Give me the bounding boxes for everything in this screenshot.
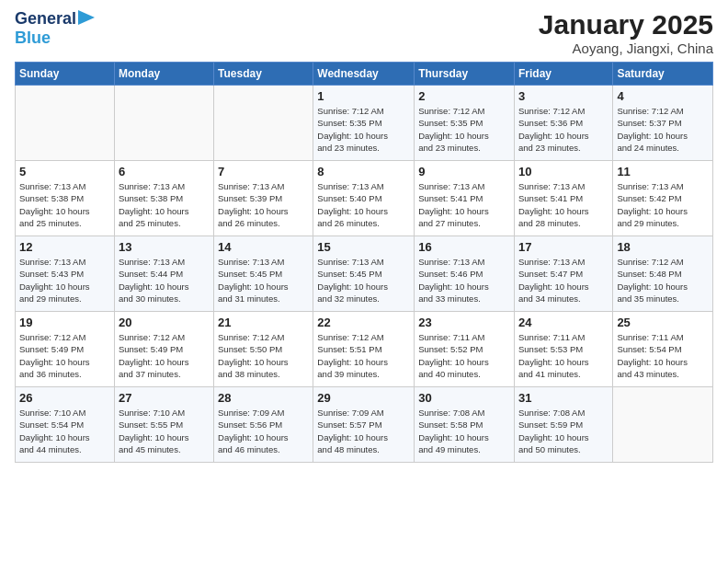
day-number: 15 <box>317 240 410 254</box>
day-info: Sunrise: 7:13 AM Sunset: 5:42 PM Dayligh… <box>617 180 709 229</box>
calendar-day-cell <box>16 86 115 161</box>
day-info: Sunrise: 7:13 AM Sunset: 5:47 PM Dayligh… <box>518 256 609 304</box>
day-info: Sunrise: 7:10 AM Sunset: 5:54 PM Dayligh… <box>19 407 110 455</box>
page-subtitle: Aoyang, Jiangxi, China <box>539 40 713 56</box>
calendar-day-cell: 26Sunrise: 7:10 AM Sunset: 5:54 PM Dayli… <box>16 387 115 463</box>
calendar-day-cell: 10Sunrise: 7:13 AM Sunset: 5:41 PM Dayli… <box>514 161 612 236</box>
weekday-header: Sunday <box>16 63 115 86</box>
calendar-day-cell <box>613 387 713 463</box>
day-number: 28 <box>218 391 309 405</box>
calendar-day-cell: 19Sunrise: 7:12 AM Sunset: 5:49 PM Dayli… <box>16 312 115 387</box>
calendar-day-cell: 23Sunrise: 7:11 AM Sunset: 5:52 PM Dayli… <box>415 312 515 387</box>
day-info: Sunrise: 7:12 AM Sunset: 5:49 PM Dayligh… <box>19 331 110 380</box>
day-info: Sunrise: 7:09 AM Sunset: 5:57 PM Dayligh… <box>317 407 410 455</box>
weekday-header: Thursday <box>415 63 515 86</box>
day-info: Sunrise: 7:10 AM Sunset: 5:55 PM Dayligh… <box>119 407 210 455</box>
day-info: Sunrise: 7:13 AM Sunset: 5:46 PM Dayligh… <box>418 256 510 304</box>
day-number: 18 <box>617 240 709 254</box>
calendar-day-cell: 8Sunrise: 7:13 AM Sunset: 5:40 PM Daylig… <box>313 161 415 236</box>
calendar-day-cell: 27Sunrise: 7:10 AM Sunset: 5:55 PM Dayli… <box>114 387 213 463</box>
calendar-week-row: 12Sunrise: 7:13 AM Sunset: 5:43 PM Dayli… <box>16 236 713 312</box>
weekday-header: Monday <box>114 63 213 86</box>
day-info: Sunrise: 7:13 AM Sunset: 5:44 PM Dayligh… <box>119 256 210 304</box>
logo-general: General <box>15 9 76 29</box>
calendar-day-cell: 20Sunrise: 7:12 AM Sunset: 5:49 PM Dayli… <box>114 312 213 387</box>
calendar-day-cell: 29Sunrise: 7:09 AM Sunset: 5:57 PM Dayli… <box>313 387 415 463</box>
calendar-day-cell: 15Sunrise: 7:13 AM Sunset: 5:45 PM Dayli… <box>313 236 415 312</box>
header: General Blue January 2025 Aoyang, Jiangx… <box>15 9 713 56</box>
title-block: January 2025 Aoyang, Jiangxi, China <box>539 9 713 56</box>
calendar-day-cell: 14Sunrise: 7:13 AM Sunset: 5:45 PM Dayli… <box>214 236 313 312</box>
day-number: 14 <box>218 240 309 254</box>
day-number: 4 <box>617 89 709 103</box>
logo-blue: Blue <box>15 29 51 48</box>
calendar-day-cell: 22Sunrise: 7:12 AM Sunset: 5:51 PM Dayli… <box>313 312 415 387</box>
day-info: Sunrise: 7:09 AM Sunset: 5:56 PM Dayligh… <box>218 407 309 455</box>
calendar-day-cell <box>214 86 313 161</box>
day-number: 7 <box>218 165 309 178</box>
calendar-day-cell: 25Sunrise: 7:11 AM Sunset: 5:54 PM Dayli… <box>613 312 713 387</box>
day-number: 19 <box>19 316 110 329</box>
calendar-day-cell: 28Sunrise: 7:09 AM Sunset: 5:56 PM Dayli… <box>214 387 313 463</box>
svg-marker-0 <box>78 10 95 25</box>
day-info: Sunrise: 7:12 AM Sunset: 5:35 PM Dayligh… <box>418 105 510 154</box>
calendar-table: SundayMondayTuesdayWednesdayThursdayFrid… <box>15 62 713 463</box>
day-info: Sunrise: 7:13 AM Sunset: 5:43 PM Dayligh… <box>19 256 110 304</box>
day-info: Sunrise: 7:13 AM Sunset: 5:38 PM Dayligh… <box>19 180 110 229</box>
day-info: Sunrise: 7:11 AM Sunset: 5:52 PM Dayligh… <box>418 331 510 380</box>
calendar-day-cell <box>114 86 213 161</box>
day-info: Sunrise: 7:11 AM Sunset: 5:54 PM Dayligh… <box>617 331 709 380</box>
weekday-header: Saturday <box>613 63 713 86</box>
day-info: Sunrise: 7:13 AM Sunset: 5:40 PM Dayligh… <box>317 180 410 229</box>
day-number: 26 <box>19 391 110 405</box>
day-number: 27 <box>119 391 210 405</box>
weekday-header: Wednesday <box>313 63 415 86</box>
day-number: 1 <box>317 89 410 103</box>
logo: General Blue <box>15 9 95 48</box>
day-info: Sunrise: 7:12 AM Sunset: 5:49 PM Dayligh… <box>119 331 210 380</box>
calendar-header-row: SundayMondayTuesdayWednesdayThursdayFrid… <box>16 63 713 86</box>
day-info: Sunrise: 7:13 AM Sunset: 5:41 PM Dayligh… <box>518 180 609 229</box>
day-info: Sunrise: 7:11 AM Sunset: 5:53 PM Dayligh… <box>518 331 609 380</box>
day-number: 31 <box>518 391 609 405</box>
weekday-header: Tuesday <box>214 63 313 86</box>
calendar-week-row: 5Sunrise: 7:13 AM Sunset: 5:38 PM Daylig… <box>16 161 713 236</box>
day-number: 11 <box>617 165 709 178</box>
day-number: 23 <box>418 316 510 329</box>
calendar-day-cell: 2Sunrise: 7:12 AM Sunset: 5:35 PM Daylig… <box>415 86 515 161</box>
calendar-day-cell: 6Sunrise: 7:13 AM Sunset: 5:38 PM Daylig… <box>114 161 213 236</box>
calendar-day-cell: 1Sunrise: 7:12 AM Sunset: 5:35 PM Daylig… <box>313 86 415 161</box>
day-number: 16 <box>418 240 510 254</box>
calendar-week-row: 19Sunrise: 7:12 AM Sunset: 5:49 PM Dayli… <box>16 312 713 387</box>
day-info: Sunrise: 7:12 AM Sunset: 5:36 PM Dayligh… <box>518 105 609 154</box>
day-info: Sunrise: 7:12 AM Sunset: 5:35 PM Dayligh… <box>317 105 410 154</box>
calendar-day-cell: 9Sunrise: 7:13 AM Sunset: 5:41 PM Daylig… <box>415 161 515 236</box>
calendar-day-cell: 13Sunrise: 7:13 AM Sunset: 5:44 PM Dayli… <box>114 236 213 312</box>
day-info: Sunrise: 7:08 AM Sunset: 5:58 PM Dayligh… <box>418 407 510 455</box>
day-info: Sunrise: 7:13 AM Sunset: 5:45 PM Dayligh… <box>317 256 410 304</box>
calendar-day-cell: 17Sunrise: 7:13 AM Sunset: 5:47 PM Dayli… <box>514 236 612 312</box>
calendar-day-cell: 4Sunrise: 7:12 AM Sunset: 5:37 PM Daylig… <box>613 86 713 161</box>
day-info: Sunrise: 7:08 AM Sunset: 5:59 PM Dayligh… <box>518 407 609 455</box>
calendar-day-cell: 7Sunrise: 7:13 AM Sunset: 5:39 PM Daylig… <box>214 161 313 236</box>
calendar-week-row: 26Sunrise: 7:10 AM Sunset: 5:54 PM Dayli… <box>16 387 713 463</box>
calendar-day-cell: 21Sunrise: 7:12 AM Sunset: 5:50 PM Dayli… <box>214 312 313 387</box>
calendar-day-cell: 30Sunrise: 7:08 AM Sunset: 5:58 PM Dayli… <box>415 387 515 463</box>
calendar-day-cell: 18Sunrise: 7:12 AM Sunset: 5:48 PM Dayli… <box>613 236 713 312</box>
day-info: Sunrise: 7:12 AM Sunset: 5:48 PM Dayligh… <box>617 256 709 304</box>
day-number: 13 <box>119 240 210 254</box>
day-number: 12 <box>19 240 110 254</box>
day-info: Sunrise: 7:13 AM Sunset: 5:39 PM Dayligh… <box>218 180 309 229</box>
day-number: 3 <box>518 89 609 103</box>
day-number: 30 <box>418 391 510 405</box>
day-number: 21 <box>218 316 309 329</box>
day-number: 8 <box>317 165 410 178</box>
calendar-day-cell: 5Sunrise: 7:13 AM Sunset: 5:38 PM Daylig… <box>16 161 115 236</box>
weekday-header: Friday <box>514 63 612 86</box>
day-number: 22 <box>317 316 410 329</box>
page-container: General Blue January 2025 Aoyang, Jiangx… <box>0 0 728 472</box>
day-info: Sunrise: 7:12 AM Sunset: 5:50 PM Dayligh… <box>218 331 309 380</box>
calendar-week-row: 1Sunrise: 7:12 AM Sunset: 5:35 PM Daylig… <box>16 86 713 161</box>
day-number: 6 <box>119 165 210 178</box>
day-number: 29 <box>317 391 410 405</box>
